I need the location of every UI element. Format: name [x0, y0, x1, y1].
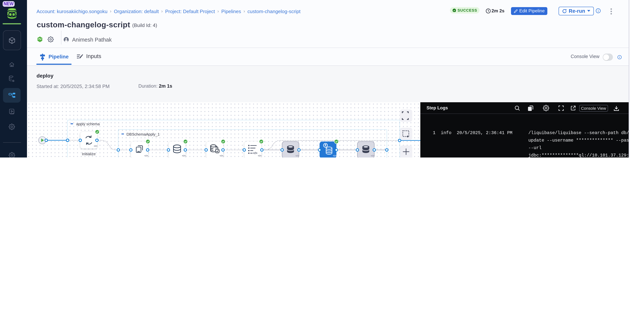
svg-text:</>: </>: [333, 154, 336, 157]
svg-text:</>: </>: [258, 154, 262, 157]
svg-text:</>: </>: [371, 154, 374, 157]
svg-text:</>: </>: [296, 154, 299, 157]
svg-text:Initialize: Initialize: [82, 152, 96, 156]
svg-text:</>: </>: [182, 154, 186, 157]
svg-text:apply schema: apply schema: [76, 122, 100, 126]
svg-text:DBSchemaApply_1: DBSchemaApply_1: [127, 132, 160, 136]
svg-text:</>: </>: [144, 154, 148, 157]
svg-text:</>: </>: [253, 152, 258, 155]
svg-text:</>: </>: [220, 154, 223, 157]
svg-text:</>: </>: [94, 144, 98, 148]
